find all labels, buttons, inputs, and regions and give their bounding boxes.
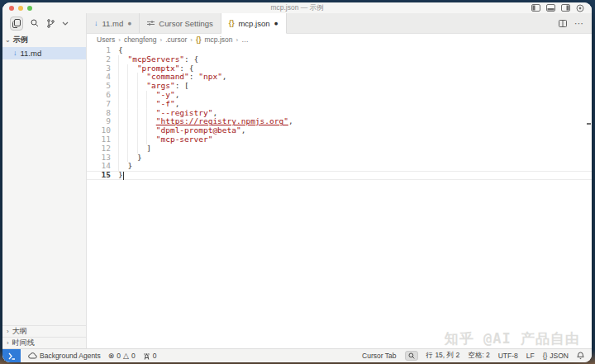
chevron-down-icon[interactable] bbox=[62, 21, 69, 26]
code-line[interactable]: 15} bbox=[87, 171, 592, 180]
timeline-label: 时间线 bbox=[12, 338, 35, 348]
json-braces-icon: {} bbox=[196, 35, 202, 44]
chevron-right-icon: › bbox=[236, 36, 239, 44]
code-line[interactable]: 13} bbox=[87, 154, 592, 163]
background-agents-button[interactable]: Background Agents bbox=[28, 352, 101, 360]
breadcrumb: Users › chengfeng › .cursor › {} mcp.jso… bbox=[87, 34, 592, 45]
sidebar: ⌄ 示例 ↓ 11.md › 大纲 › 时间线 bbox=[2, 13, 87, 348]
watermark: 知乎 @AI 产品自由 bbox=[445, 334, 580, 343]
chevron-right-icon: › bbox=[118, 36, 121, 44]
sidebar-empty-space bbox=[2, 59, 86, 325]
encoding-indicator[interactable]: UTF-8 bbox=[498, 352, 518, 360]
customize-layout-icon[interactable] bbox=[576, 4, 584, 12]
more-actions-icon[interactable]: ⋯ bbox=[574, 18, 584, 29]
warning-count: 0 bbox=[131, 352, 136, 360]
markdown-file-icon: ↓ bbox=[13, 50, 17, 57]
line-number: 2 bbox=[87, 55, 111, 64]
sidebar-section-outline[interactable]: › 大纲 bbox=[2, 325, 86, 337]
breadcrumb-item[interactable]: mcp.json bbox=[205, 35, 233, 44]
markdown-file-icon: ↓ bbox=[94, 20, 98, 27]
search-icon[interactable] bbox=[31, 19, 39, 27]
breadcrumb-item[interactable]: Users bbox=[97, 35, 115, 44]
modified-dot-icon[interactable]: ● bbox=[127, 20, 131, 27]
remote-indicator[interactable] bbox=[2, 349, 21, 362]
file-name: 11.md bbox=[21, 49, 42, 58]
indentation-indicator[interactable]: 空格: 2 bbox=[468, 351, 489, 361]
toggle-right-sidebar-icon[interactable] bbox=[561, 4, 570, 12]
chevron-right-icon: › bbox=[160, 36, 163, 44]
tab-bar: ↓ 11.md ● Cursor Settings {} mcp.json ● … bbox=[87, 13, 592, 34]
text-cursor bbox=[123, 172, 124, 180]
notifications-bell-icon[interactable] bbox=[577, 352, 584, 360]
chevron-right-icon: › bbox=[190, 36, 193, 44]
warning-icon: △ bbox=[123, 352, 129, 360]
source-control-icon[interactable] bbox=[46, 19, 55, 28]
cursor-tab-icon[interactable] bbox=[405, 351, 418, 361]
chevron-down-icon: ⌄ bbox=[5, 36, 11, 44]
error-count: 0 bbox=[117, 352, 121, 360]
tab-label: Cursor Settings bbox=[159, 19, 212, 28]
eol-indicator[interactable]: LF bbox=[526, 352, 535, 360]
breadcrumb-item[interactable]: chengfeng bbox=[124, 35, 157, 44]
tab-label: 11.md bbox=[102, 19, 124, 28]
line-col-indicator[interactable]: 行 15, 列 2 bbox=[426, 351, 460, 361]
sidebar-item-11md[interactable]: ↓ 11.md bbox=[2, 47, 86, 59]
line-number: 15 bbox=[87, 171, 111, 180]
code-editor[interactable]: 知乎 @AI 产品自由 1{2"mcpServers": {3"promptx"… bbox=[87, 45, 592, 348]
language-label: JSON bbox=[550, 352, 569, 360]
chevron-right-icon: › bbox=[7, 339, 9, 347]
overview-ruler-mark bbox=[587, 123, 591, 125]
cursor-tab-label[interactable]: Cursor Tab bbox=[362, 352, 396, 360]
code-line[interactable]: 14} bbox=[87, 162, 592, 171]
problems-button[interactable]: ⊗ 0 △ 0 bbox=[108, 352, 136, 360]
cloud-icon bbox=[28, 352, 37, 359]
outline-label: 大纲 bbox=[12, 326, 27, 337]
line-number: 7 bbox=[87, 100, 111, 109]
split-editor-icon[interactable] bbox=[559, 20, 567, 27]
tab-mcpjson[interactable]: {} mcp.json ● bbox=[221, 13, 287, 34]
title-bar[interactable]: mcp.json — 示例 bbox=[2, 2, 592, 13]
status-bar: Background Agents ⊗ 0 △ 0 0 Cursor Tab 行… bbox=[2, 348, 592, 362]
code-line[interactable]: 11"mcp-server" bbox=[87, 135, 592, 144]
explorer-copy-icon[interactable] bbox=[10, 17, 23, 31]
sidebar-section-examples[interactable]: ⌄ 示例 bbox=[2, 33, 86, 47]
sidebar-section-timeline[interactable]: › 时间线 bbox=[2, 337, 86, 348]
window-title: mcp.json — 示例 bbox=[2, 3, 592, 13]
chevron-right-icon: › bbox=[7, 328, 9, 335]
line-number: 12 bbox=[87, 144, 111, 154]
code-line[interactable]: 12] bbox=[87, 144, 592, 154]
sidebar-toolbar bbox=[2, 13, 86, 33]
ports-count: 0 bbox=[153, 352, 157, 360]
braces-glyph: {} bbox=[543, 352, 548, 360]
breadcrumb-item[interactable]: … bbox=[241, 35, 249, 44]
radio-tower-icon bbox=[143, 352, 150, 360]
modified-dot-icon[interactable]: ● bbox=[274, 20, 278, 27]
toggle-bottom-panel-icon[interactable] bbox=[546, 4, 555, 12]
sliders-icon bbox=[147, 20, 155, 26]
tab-label: mcp.json bbox=[238, 19, 269, 28]
error-icon: ⊗ bbox=[108, 352, 115, 360]
tab-11md[interactable]: ↓ 11.md ● bbox=[87, 13, 140, 33]
background-agents-label: Background Agents bbox=[40, 352, 101, 360]
breadcrumb-item[interactable]: .cursor bbox=[165, 35, 187, 44]
tab-cursor-settings[interactable]: Cursor Settings bbox=[140, 13, 221, 33]
sidebar-section-label: 示例 bbox=[13, 35, 28, 45]
app-window: mcp.json — 示例 ⌄ 示例 ↓ 11.md bbox=[2, 2, 592, 362]
toggle-left-sidebar-icon[interactable] bbox=[531, 4, 540, 12]
json-braces-icon: {} bbox=[229, 19, 235, 27]
language-mode-indicator[interactable]: {} JSON bbox=[543, 352, 569, 360]
ports-button[interactable]: 0 bbox=[143, 352, 157, 360]
